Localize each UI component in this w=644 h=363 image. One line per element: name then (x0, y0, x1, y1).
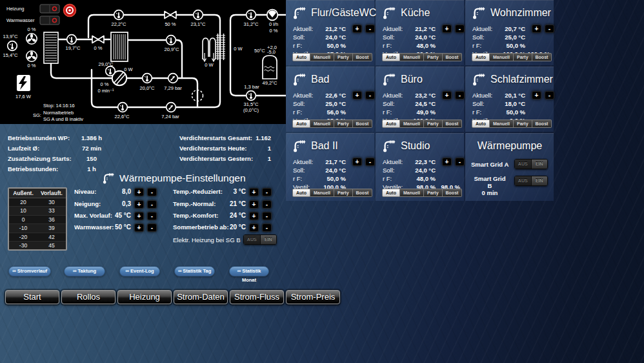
nav-strom-fluss-button[interactable]: Strom-Fluss (230, 290, 284, 304)
statistik-tag-link-button[interactable]: ∞Statistik Tag (174, 266, 215, 276)
cell: -20 (9, 233, 37, 241)
plus-button[interactable]: + (249, 188, 259, 196)
mode-tab-auto[interactable]: Auto (472, 53, 490, 61)
hot-gas-thermometer-icon (106, 67, 116, 76)
plus-button[interactable]: + (249, 200, 259, 209)
setpoint-minus-button[interactable]: - (455, 25, 465, 33)
nav-rollos-button[interactable]: Rollos (61, 290, 116, 304)
minus-button[interactable]: - (262, 212, 272, 220)
plus-button[interactable]: + (134, 188, 144, 196)
setpoint-minus-button[interactable]: - (455, 158, 465, 166)
mode-tab-boost[interactable]: Boost (443, 189, 463, 197)
plus-button[interactable]: + (134, 212, 144, 220)
smart-grid-a-toggle[interactable]: AUS EIN (514, 159, 548, 169)
event-log-link-button[interactable]: ∞Event-Log (119, 266, 160, 276)
mode-tab-boost[interactable]: Boost (532, 119, 552, 128)
mode-tab-manuell[interactable]: Manuell (400, 53, 424, 61)
mode-tab-auto[interactable]: Auto (292, 119, 310, 128)
statistik-monat-link-button[interactable]: ∞Statistik Monat (229, 266, 269, 276)
setpoint-minus-button[interactable]: - (365, 91, 375, 99)
setpoint-plus-button[interactable]: + (442, 158, 452, 166)
mode-tab-party[interactable]: Party (334, 189, 353, 197)
nav-strom-preis-button[interactable]: Strom-Preis (286, 290, 340, 304)
rf-value: 50,0 % (321, 42, 346, 49)
stromverlauf-link-button[interactable]: ∞Stromverlauf (8, 266, 51, 276)
setpoint-plus-button[interactable]: + (352, 25, 362, 33)
setpoint-plus-button[interactable]: + (532, 25, 541, 33)
nav-heizung-button[interactable]: Heizung (117, 290, 172, 304)
minus-button[interactable]: - (262, 223, 272, 232)
setpoint-plus-button[interactable]: + (352, 158, 362, 166)
mode-tab-party[interactable]: Party (334, 119, 353, 128)
warmwasser-switch[interactable] (40, 16, 59, 25)
mode-tab-manuell[interactable]: Manuell (310, 53, 334, 61)
mode-tab-boost[interactable]: Boost (353, 53, 373, 61)
aus-option[interactable]: AUS (515, 176, 531, 185)
mode-tab-boost[interactable]: Boost (443, 119, 463, 128)
record-target-button[interactable] (64, 5, 76, 17)
heizung-switch[interactable] (40, 5, 59, 13)
plus-button[interactable]: + (134, 200, 144, 209)
smart-grid-b-toggle[interactable]: AUS EIN (514, 176, 548, 186)
mode-tab-boost[interactable]: Boost (353, 189, 373, 197)
minus-button[interactable]: - (262, 200, 272, 209)
mode-tab-party[interactable]: Party (424, 189, 443, 197)
setpoint-minus-button[interactable]: - (365, 25, 375, 33)
setpoint-minus-button[interactable]: - (545, 91, 554, 99)
mode-tab-auto[interactable]: Auto (292, 53, 310, 61)
mode-tab-party[interactable]: Party (424, 53, 443, 61)
mode-tab-manuell[interactable]: Manuell (400, 189, 424, 197)
plus-button[interactable]: + (249, 212, 259, 220)
cell: 45 (37, 242, 66, 249)
setpoint-minus-button[interactable]: - (365, 158, 375, 166)
minus-button[interactable]: - (262, 188, 272, 196)
mode-tab-boost[interactable]: Boost (353, 119, 373, 128)
aktuell-label: Aktuell: (293, 25, 321, 32)
minus-button[interactable]: - (147, 200, 157, 209)
minus-button[interactable]: - (147, 188, 157, 196)
setpoint-minus-button[interactable]: - (455, 91, 465, 99)
setpoint-plus-button[interactable]: + (532, 91, 541, 99)
taktung-link-button[interactable]: ∞Taktung (64, 266, 105, 276)
setpoint-plus-button[interactable]: + (442, 25, 452, 33)
ein-option[interactable]: EIN (531, 160, 548, 169)
link-label: Stromverlauf (17, 268, 47, 274)
setpoint-plus-button[interactable]: + (442, 91, 452, 99)
plus-button[interactable]: + (134, 223, 144, 232)
plus-button[interactable]: + (249, 223, 259, 232)
ein-option[interactable]: EIN (531, 176, 548, 185)
setpoint-minus-button[interactable]: - (545, 25, 554, 33)
nav-start-button[interactable]: Start (5, 290, 59, 304)
room-panel-bad-ii: Bad II Aktuell:21,7 °C Soll:24,0 °C r F:… (286, 133, 374, 201)
mode-tab-auto[interactable]: Auto (382, 53, 400, 61)
cell: 39 (37, 224, 66, 232)
aus-option[interactable]: AUS (244, 235, 260, 244)
mode-tab-auto[interactable]: Auto (472, 119, 490, 128)
mode-tab-boost[interactable]: Boost (443, 53, 463, 61)
mode-tab-manuell[interactable]: Manuell (310, 119, 334, 128)
aus-option[interactable]: AUS (515, 160, 531, 169)
mode-tab-manuell[interactable]: Manuell (490, 53, 514, 61)
mode-tab-party[interactable]: Party (514, 119, 532, 128)
aktuell-label: Aktuell: (293, 92, 321, 99)
minus-button[interactable]: - (147, 212, 157, 220)
nav-strom-daten-button[interactable]: Strom-Daten (174, 290, 228, 304)
mode-tab-boost[interactable]: Boost (532, 53, 552, 61)
mode-tab-auto[interactable]: Auto (382, 189, 400, 197)
mode-tab-auto[interactable]: Auto (382, 119, 400, 128)
mode-tab-manuell[interactable]: Manuell (310, 189, 334, 197)
setpoint-plus-button[interactable]: + (352, 91, 362, 99)
soll-label: Soll: (293, 167, 321, 174)
minus-button[interactable]: - (147, 223, 157, 232)
mode-tab-party[interactable]: Party (334, 53, 353, 61)
mode-tab-auto[interactable]: Auto (292, 189, 310, 197)
mode-tab-party[interactable]: Party (424, 119, 443, 128)
dhw-tank-icon (263, 56, 277, 79)
rf-label: r F: (293, 109, 321, 116)
ein-option[interactable]: EIN (260, 235, 277, 244)
elektr-heizung-toggle[interactable]: AUS EIN (243, 234, 277, 245)
mode-tab-manuell[interactable]: Manuell (400, 119, 424, 128)
mode-tab-manuell[interactable]: Manuell (490, 119, 514, 128)
room-title: Bad (311, 74, 329, 85)
mode-tab-party[interactable]: Party (514, 53, 532, 61)
